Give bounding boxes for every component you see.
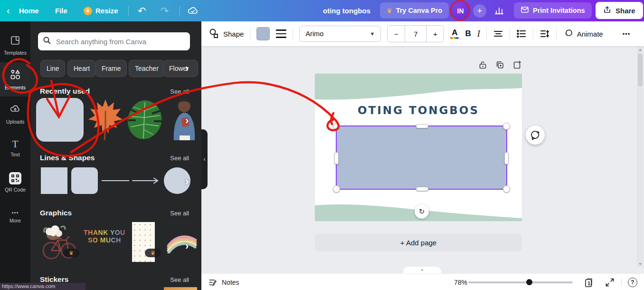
recent-rounded-square-shape[interactable] <box>36 98 84 142</box>
elements-panel: Line Heart Frame Teacher Flower › Recent… <box>30 21 201 290</box>
chip-teacher[interactable]: Teacher <box>129 60 165 77</box>
chip-frame[interactable]: Frame <box>95 60 127 77</box>
scroll-up-icon[interactable]: ▲ <box>637 48 644 52</box>
sidebar-item-qr-code[interactable]: QR Code <box>0 165 30 199</box>
recent-person-graphic[interactable] <box>167 97 197 142</box>
fill-color-swatch[interactable] <box>256 27 270 40</box>
chips-scroll-chevron-icon[interactable]: › <box>185 63 189 74</box>
sidebar-item-text[interactable]: T Text <box>0 131 30 165</box>
sidebar-item-templates[interactable]: Templates <box>0 28 30 62</box>
resize-handle-top-right[interactable] <box>503 123 510 130</box>
text-color-button[interactable]: A <box>450 29 459 39</box>
account-avatar[interactable]: IN <box>452 2 469 19</box>
try-canva-pro-button[interactable]: ♛ Try Canva Pro <box>380 2 449 19</box>
italic-button[interactable]: I <box>477 29 480 39</box>
envelope-icon <box>521 5 529 16</box>
divider <box>128 6 129 16</box>
lock-icon[interactable] <box>477 59 488 70</box>
insights-chart-icon[interactable] <box>494 0 504 21</box>
fullscreen-button[interactable] <box>605 274 615 290</box>
see-all-graphics[interactable]: See all <box>170 210 189 217</box>
qr-code-icon <box>9 172 21 184</box>
recent-monstera-leaf-graphic[interactable] <box>123 97 166 145</box>
graphic-flower-bicycle[interactable] <box>39 221 80 264</box>
chip-flower[interactable]: Flower <box>163 60 198 77</box>
vertical-scrollbar[interactable]: ▲ ▼ <box>637 47 644 267</box>
resize-button[interactable]: ♛ Resize <box>84 0 118 21</box>
chip-line[interactable]: Line <box>40 60 65 77</box>
font-size-increase-button[interactable]: + <box>426 26 444 42</box>
resize-handle-right[interactable] <box>504 152 509 164</box>
border-style-button[interactable] <box>276 29 286 39</box>
sticker-thumbnail-partial[interactable] <box>164 287 197 290</box>
add-member-button[interactable]: + <box>473 4 486 18</box>
divider <box>533 28 533 40</box>
text-align-button[interactable] <box>493 29 503 38</box>
chip-heart[interactable]: Heart <box>67 60 96 77</box>
notes-button[interactable]: Notes <box>208 274 239 290</box>
resize-handle-top[interactable] <box>416 124 428 128</box>
section-title-lines-shapes: Lines & Shapes <box>40 154 95 162</box>
font-family-select[interactable]: Arimo ▼ <box>299 26 381 42</box>
resize-handle-bottom[interactable] <box>416 187 428 191</box>
chevron-down-icon: ▼ <box>369 31 375 37</box>
shape-line[interactable] <box>102 180 129 181</box>
scrollbar-thumb[interactable] <box>638 53 643 87</box>
sidebar-item-uploads[interactable]: Uploads <box>0 97 30 131</box>
shape-rounded-square[interactable] <box>71 167 98 194</box>
shapes-scroll-chevron-icon[interactable]: › <box>185 176 189 187</box>
shape-button[interactable]: Shape <box>208 28 244 40</box>
graphics-scroll-chevron-icon[interactable]: › <box>185 241 189 251</box>
more-dots-icon: ••• <box>12 210 19 215</box>
font-size-decrease-button[interactable]: − <box>388 26 405 42</box>
see-all-recently-used[interactable]: See all <box>170 88 189 95</box>
zoom-slider-thumb[interactable] <box>526 279 532 285</box>
sidebar-item-more[interactable]: ••• More <box>0 199 30 233</box>
search-box[interactable] <box>38 32 190 50</box>
resize-handle-top-left[interactable] <box>333 123 340 130</box>
section-title-graphics: Graphics <box>40 209 72 217</box>
shape-arrow[interactable] <box>132 177 160 186</box>
sidebar-item-elements[interactable]: Elements <box>0 62 30 97</box>
see-all-stickers[interactable]: See all <box>170 276 189 283</box>
add-page-icon[interactable] <box>511 59 522 70</box>
file-menu-button[interactable]: File <box>55 0 67 21</box>
search-input[interactable] <box>55 37 185 46</box>
zoom-slider[interactable] <box>468 281 573 283</box>
font-size-value[interactable]: 7 <box>405 26 426 42</box>
more-options-button[interactable]: ••• <box>623 30 631 38</box>
line-spacing-button[interactable] <box>540 29 550 38</box>
duplicate-page-icon[interactable] <box>494 59 505 70</box>
see-all-lines-shapes[interactable]: See all <box>170 155 189 162</box>
document-title[interactable]: oting tongbos <box>323 0 370 21</box>
home-button[interactable]: Home <box>19 0 39 21</box>
crown-icon: ♛ <box>387 7 392 14</box>
add-comment-button[interactable] <box>526 126 545 145</box>
undo-button[interactable]: ↶ <box>138 0 146 21</box>
resize-handle-left[interactable] <box>334 152 339 164</box>
share-button[interactable]: Share <box>596 2 643 19</box>
design-title-text[interactable]: OTING TONGBOS <box>315 104 522 116</box>
statusbar-collapse-tab[interactable]: ⌃ <box>403 267 441 274</box>
add-page-button[interactable]: + Add page <box>315 234 522 251</box>
resize-handle-bottom-right[interactable] <box>503 185 510 193</box>
shape-square[interactable] <box>41 167 67 194</box>
graphic-thank-you-so-much[interactable]: THANK YOU SO MUCH <box>83 229 126 244</box>
resize-handle-bottom-left[interactable] <box>333 185 340 193</box>
selected-rectangle-element[interactable] <box>336 126 507 190</box>
elements-icon <box>9 69 21 82</box>
graphic-rainbow-wave[interactable] <box>166 227 198 255</box>
bold-button[interactable]: B <box>465 29 471 39</box>
scroll-down-icon[interactable]: ▼ <box>637 262 644 266</box>
recent-scroll-chevron-icon[interactable]: › <box>185 116 189 126</box>
animate-button[interactable]: Animate <box>563 28 603 40</box>
panel-collapse-button[interactable]: ‹ <box>201 129 208 189</box>
help-button[interactable]: ? <box>628 274 637 290</box>
back-icon[interactable]: ‹ <box>7 0 10 21</box>
page-indicator-button[interactable]: 1 <box>583 274 590 290</box>
redo-button[interactable]: ↷ <box>161 0 169 21</box>
print-invitations-button[interactable]: Print Invitations <box>514 2 592 19</box>
bullet-list-button[interactable] <box>516 29 527 38</box>
recent-maple-leaf-graphic[interactable] <box>86 97 124 145</box>
rotate-handle[interactable]: ↻ <box>415 204 429 219</box>
